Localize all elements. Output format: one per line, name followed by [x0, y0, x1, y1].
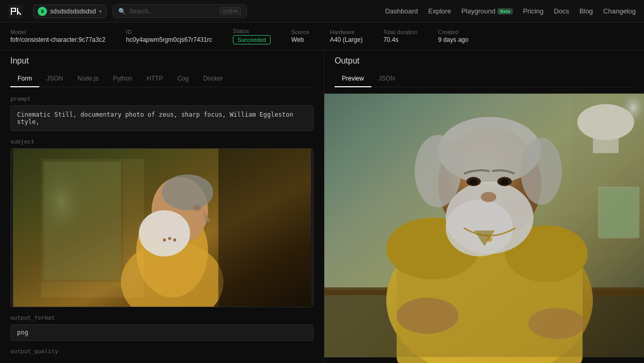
brand [8, 4, 23, 19]
prompt-input[interactable]: Cinematic Still, documentary photo of ze… [10, 105, 313, 131]
svg-point-12 [168, 237, 171, 240]
chevron-down-icon: ▾ [99, 9, 102, 14]
hardware-label: Hardware [330, 29, 363, 35]
user-name-label: sdsdsdsdsdsdsd [50, 8, 96, 15]
meta-hardware: Hardware A40 (Large) [330, 29, 363, 43]
tab-nodejs[interactable]: Node.js [70, 71, 106, 87]
duration-value: 70.4s [383, 36, 417, 43]
search-kbd: cmd+k [219, 7, 241, 15]
nav-docs[interactable]: Docs [554, 7, 569, 15]
search-placeholder: Search... [129, 8, 216, 15]
main-layout: Input Form JSON Node.js Python HTTP Cog … [0, 50, 644, 363]
duration-label: Total duration [383, 29, 417, 35]
svg-rect-43 [324, 94, 644, 357]
model-value: fofr/consistent-character:9c77a3c2 [10, 36, 105, 43]
svg-point-9 [139, 210, 190, 256]
status-badge: Succeeded [233, 35, 271, 44]
search-icon: 🔍 [118, 8, 126, 15]
input-panel-content: prompt Cinematic Still, documentary phot… [0, 87, 324, 363]
output-panel: Output Preview JSON [324, 50, 644, 363]
beta-badge: Beta [497, 8, 513, 14]
input-tab-bar: Form JSON Node.js Python HTTP Cog Docker [10, 71, 313, 87]
nav-pricing[interactable]: Pricing [523, 7, 544, 15]
source-value: Web [291, 36, 309, 43]
created-label: Created [438, 29, 468, 35]
svg-point-10 [162, 175, 213, 211]
created-value: 9 days ago [438, 36, 468, 43]
svg-point-14 [173, 239, 176, 242]
output-panel-title: Output [335, 56, 634, 66]
meta-id: ID hc0y4apwm5rgm0cjs67r7431rc [126, 29, 212, 43]
tab-docker[interactable]: Docker [196, 71, 230, 87]
output-format-label: output_format [10, 314, 313, 321]
id-label: ID [126, 29, 212, 35]
source-label: Source [291, 29, 309, 35]
search-bar[interactable]: 🔍 Search... cmd+k [113, 4, 247, 18]
subject-label: subject [10, 138, 313, 145]
logo-icon [8, 4, 23, 19]
user-menu[interactable]: s sdsdsdsdsdsdsd ▾ [33, 5, 106, 18]
input-panel-header: Input Form JSON Node.js Python HTTP Cog … [0, 50, 324, 87]
output-panel-header: Output Preview JSON [324, 50, 644, 87]
nav-changelog[interactable]: Changelog [603, 7, 636, 15]
output-image-container [324, 87, 644, 363]
input-panel-title: Input [10, 56, 313, 66]
user-avatar: s [38, 7, 47, 16]
svg-rect-45 [600, 188, 638, 237]
output-image [324, 87, 644, 363]
nav-blog[interactable]: Blog [579, 7, 593, 15]
subject-image-container [10, 148, 313, 307]
svg-point-11 [193, 204, 201, 211]
tab-http[interactable]: HTTP [139, 71, 170, 87]
meta-created: Created 9 days ago [438, 29, 468, 43]
prompt-label: prompt [10, 96, 313, 102]
id-value: hc0y4apwm5rgm0cjs67r7431rc [126, 36, 212, 43]
model-label: Model [10, 29, 105, 35]
meta-bar: Model fofr/consistent-character:9c77a3c2… [0, 23, 644, 50]
tab-python[interactable]: Python [106, 71, 139, 87]
meta-model: Model fofr/consistent-character:9c77a3c2 [10, 29, 105, 43]
nav-dashboard[interactable]: Dashboard [385, 7, 418, 15]
subject-image [11, 149, 313, 307]
meta-status: Status Succeeded [233, 28, 271, 44]
output-quality-label: output_quality [10, 348, 313, 355]
svg-rect-15 [41, 159, 144, 297]
output-tab-json[interactable]: JSON [371, 71, 402, 87]
input-panel: Input Form JSON Node.js Python HTTP Cog … [0, 50, 324, 363]
status-label: Status [233, 28, 271, 34]
nav-playground[interactable]: Playground Beta [461, 7, 512, 15]
nav-explore[interactable]: Explore [428, 7, 451, 15]
output-tab-preview[interactable]: Preview [335, 71, 371, 87]
output-format-input[interactable]: png [10, 324, 313, 341]
tab-cog[interactable]: Cog [170, 71, 196, 87]
tab-json[interactable]: JSON [39, 71, 70, 87]
navbar: s sdsdsdsdsdsdsd ▾ 🔍 Search... cmd+k Das… [0, 0, 644, 23]
output-tab-bar: Preview JSON [335, 71, 634, 87]
tab-form[interactable]: Form [10, 71, 39, 87]
hardware-value: A40 (Large) [330, 36, 363, 43]
meta-duration: Total duration 70.4s [383, 29, 417, 43]
meta-source: Source Web [291, 29, 309, 43]
nav-links: Dashboard Explore Playground Beta Pricin… [385, 7, 636, 15]
svg-rect-16 [218, 149, 311, 307]
svg-point-13 [163, 239, 166, 242]
